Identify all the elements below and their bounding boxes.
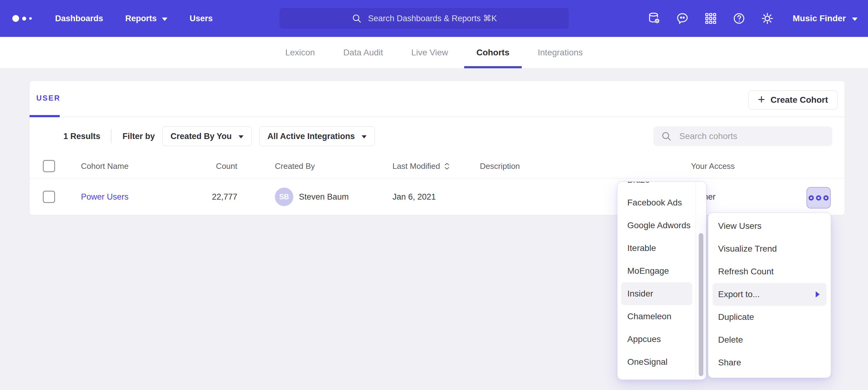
menu-item-view-users[interactable]: View Users <box>713 215 827 237</box>
row-more-actions-button[interactable] <box>806 187 831 208</box>
submenu-item-moengage-label: MoEngage <box>627 266 669 276</box>
cohort-name-link[interactable]: Power Users <box>81 192 129 202</box>
tab-cohorts-label: Cohorts <box>476 48 509 58</box>
cohort-search-box <box>653 126 832 146</box>
results-count: 1 Results <box>63 132 100 141</box>
header-created-by[interactable]: Created By <box>275 161 315 171</box>
top-navbar: Dashboards Reports Users Search Dashboar… <box>0 0 868 37</box>
tab-data-audit[interactable]: Data Audit <box>343 37 383 68</box>
nav-dashboards[interactable]: Dashboards <box>55 14 103 23</box>
search-icon <box>351 13 362 24</box>
submenu-item-insider-label: Insider <box>627 289 653 299</box>
chevron-down-icon <box>362 135 367 138</box>
chevron-down-icon <box>162 18 167 21</box>
menu-item-share-label: Share <box>718 358 741 367</box>
created-by-name: Steven Baum <box>299 192 349 202</box>
submenu-item-iterable[interactable]: Iterable <box>621 237 692 260</box>
header-cohort-name[interactable]: Cohort Name <box>81 161 129 171</box>
divider <box>111 129 112 143</box>
account-menu[interactable]: Music Finder <box>793 13 858 23</box>
submenu-item-onesignal-label: OneSignal <box>627 357 668 367</box>
tab-lexicon[interactable]: Lexicon <box>285 37 315 68</box>
active-tab-underline <box>30 115 60 117</box>
tab-integrations-label: Integrations <box>538 48 583 58</box>
submenu-item-chameleon-label: Chameleon <box>627 312 671 321</box>
avatar: SB <box>275 188 293 206</box>
settings-icon[interactable] <box>761 12 774 25</box>
create-cohort-button[interactable]: + Create Cohort <box>748 90 838 109</box>
menu-item-duplicate-label: Duplicate <box>718 312 754 322</box>
header-description[interactable]: Description <box>480 161 520 171</box>
mixpanel-logo-dots-icon[interactable] <box>12 15 32 22</box>
row-context-menu: View Users Visualize Trend Refresh Count… <box>708 213 831 378</box>
menu-item-refresh-count[interactable]: Refresh Count <box>713 260 827 283</box>
submenu-item-moengage[interactable]: MoEngage <box>621 260 692 282</box>
cohort-search-input[interactable] <box>679 131 825 141</box>
header-count[interactable]: Count <box>176 161 237 171</box>
menu-item-export-to[interactable]: Export to... <box>713 283 827 306</box>
cohort-count: 22,777 <box>176 192 237 202</box>
account-name: Music Finder <box>793 13 846 23</box>
tab-data-audit-label: Data Audit <box>343 48 383 58</box>
menu-item-delete[interactable]: Delete <box>713 328 827 351</box>
submenu-item-facebook-ads[interactable]: Facebook Ads <box>621 191 692 214</box>
global-search-bar[interactable]: Search Dashboards & Reports ⌘K <box>279 8 569 29</box>
scrollbar-thumb[interactable] <box>699 233 703 376</box>
submenu-item-appcues[interactable]: Appcues <box>621 328 692 351</box>
submenu-item-onesignal[interactable]: OneSignal <box>621 351 692 373</box>
tab-cohorts[interactable]: Cohorts <box>476 37 509 68</box>
cohort-type-tabs: USER + Create Cohort <box>30 81 845 117</box>
submenu-item-insider[interactable]: Insider <box>621 282 692 305</box>
menu-item-refresh-count-label: Refresh Count <box>718 267 774 277</box>
header-your-access[interactable]: Your Access <box>691 161 735 171</box>
more-dots-icon <box>809 195 814 200</box>
data-management-icon[interactable] <box>647 12 661 25</box>
header-last-modified-label: Last Modified <box>393 161 440 171</box>
chevron-down-icon <box>239 135 244 138</box>
table-header: Cohort Name Count Created By Last Modifi… <box>30 154 845 178</box>
tab-lexicon-label: Lexicon <box>285 48 315 58</box>
primary-nav: Dashboards Reports Users <box>55 14 213 23</box>
menu-item-visualize-trend[interactable]: Visualize Trend <box>713 237 827 260</box>
table-row: Power Users 22,777 SB Steven Baum Jan 6,… <box>30 178 845 216</box>
apps-grid-icon[interactable] <box>704 12 717 25</box>
navbar-right-icons: Music Finder <box>647 12 858 25</box>
help-icon[interactable] <box>732 12 746 25</box>
integrations-filter-label: All Active Integrations <box>268 132 355 141</box>
created-by-filter-dropdown[interactable]: Created By You <box>162 126 252 146</box>
row-checkbox[interactable] <box>43 191 55 203</box>
nav-reports[interactable]: Reports <box>125 14 167 23</box>
submenu-item-google-adwords-label: Google Adwords <box>627 221 690 230</box>
submenu-item-facebook-ads-label: Facebook Ads <box>627 198 682 207</box>
submenu-item-iterable-label: Iterable <box>627 243 656 253</box>
tab-live-view-label: Live View <box>411 48 448 58</box>
created-by-filter-label: Created By You <box>170 132 232 141</box>
nav-reports-label: Reports <box>125 14 157 23</box>
tab-integrations[interactable]: Integrations <box>538 37 583 68</box>
nav-users[interactable]: Users <box>190 14 213 23</box>
integrations-filter-dropdown[interactable]: All Active Integrations <box>259 126 375 146</box>
filter-by-label: Filter by <box>123 132 155 141</box>
tab-live-view[interactable]: Live View <box>411 37 448 68</box>
menu-item-duplicate[interactable]: Duplicate <box>713 306 827 328</box>
export-submenu: Braze Facebook Ads Google Adwords Iterab… <box>617 182 706 380</box>
menu-item-share[interactable]: Share <box>713 351 827 374</box>
last-modified-date: Jan 6, 2021 <box>393 192 436 202</box>
submenu-item-chameleon[interactable]: Chameleon <box>621 305 692 328</box>
submenu-arrow-icon <box>816 291 820 297</box>
menu-item-export-to-label: Export to... <box>718 289 760 299</box>
plus-icon: + <box>758 93 765 105</box>
chevron-down-icon <box>852 18 858 21</box>
header-last-modified[interactable]: Last Modified <box>393 161 450 171</box>
section-tabs: Lexicon Data Audit Live View Cohorts Int… <box>0 37 868 69</box>
cohorts-panel: USER + Create Cohort 1 Results Filter by… <box>29 80 845 215</box>
nav-dashboards-label: Dashboards <box>55 14 103 23</box>
sort-icon[interactable] <box>444 161 450 171</box>
submenu-item-google-adwords[interactable]: Google Adwords <box>621 214 692 237</box>
submenu-item-braze[interactable]: Braze <box>621 182 692 191</box>
tab-user-cohorts[interactable]: USER <box>36 94 61 102</box>
search-icon <box>661 131 672 142</box>
select-all-checkbox[interactable] <box>43 160 55 172</box>
feedback-icon[interactable] <box>676 12 689 25</box>
menu-item-view-users-label: View Users <box>718 221 762 231</box>
